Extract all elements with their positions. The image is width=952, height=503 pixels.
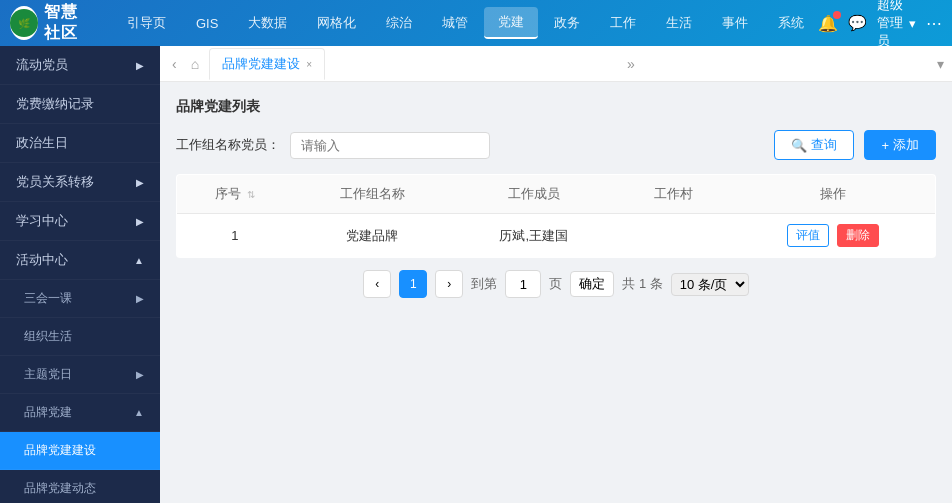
sidebar-label: 流动党员 <box>16 56 68 74</box>
nav-item-party[interactable]: 党建 <box>484 7 538 39</box>
sidebar-item-political-birthday[interactable]: 政治生日 <box>0 124 160 163</box>
tab-home-button[interactable]: ⌂ <box>185 54 205 74</box>
query-label: 查询 <box>811 136 837 154</box>
logo-inner: 🌿 <box>10 9 38 37</box>
chevron-right-icon: ▶ <box>136 369 144 380</box>
next-page-button[interactable]: › <box>435 270 463 298</box>
sidebar-label: 活动中心 <box>16 251 68 269</box>
sidebar-item-activity-center[interactable]: 活动中心 ▲ <box>0 241 160 280</box>
nav-item-system[interactable]: 系统 <box>764 8 818 38</box>
user-label: 超级管理员 <box>877 0 905 50</box>
nav-right: 🔔 💬 超级管理员 ▾ ⋯ <box>818 0 942 50</box>
nav-item-bigdata[interactable]: 大数据 <box>234 8 301 38</box>
tab-back-button[interactable]: ‹ <box>168 54 181 74</box>
search-label: 工作组名称党员： <box>176 136 280 154</box>
col-header-index: 序号 ⇅ <box>177 175 293 214</box>
sidebar-item-org-life[interactable]: 组织生活 <box>0 318 160 356</box>
nav-item-work[interactable]: 工作 <box>596 8 650 38</box>
nav-item-grid[interactable]: 网格化 <box>303 8 370 38</box>
chevron-up-icon: ▲ <box>134 407 144 418</box>
nav-item-events[interactable]: 事件 <box>708 8 762 38</box>
sidebar-label: 学习中心 <box>16 212 68 230</box>
cell-actions: 评值 删除 <box>731 214 936 258</box>
tab-expand-button[interactable]: ▾ <box>937 56 944 72</box>
page-unit: 页 <box>549 275 562 293</box>
add-button[interactable]: + 添加 <box>864 130 936 160</box>
nav-item-guide[interactable]: 引导页 <box>113 8 180 38</box>
total-count: 共 1 条 <box>622 275 662 293</box>
prev-page-button[interactable]: ‹ <box>363 270 391 298</box>
logo-circle: 🌿 <box>10 6 38 40</box>
bell-icon[interactable]: 🔔 <box>818 14 838 33</box>
nav-items: 引导页 GIS 大数据 网格化 综治 城管 党建 政务 工作 生活 事件 系统 <box>113 7 818 39</box>
sidebar-label: 党员关系转移 <box>16 173 94 191</box>
tab-label: 品牌党建建设 <box>222 55 300 73</box>
more-options-icon[interactable]: ⋯ <box>926 14 942 33</box>
cell-index: 1 <box>177 214 293 258</box>
sidebar-item-member-transfer[interactable]: 党员关系转移 ▶ <box>0 163 160 202</box>
nav-item-urban[interactable]: 城管 <box>428 8 482 38</box>
sidebar-label: 三会一课 <box>24 290 72 307</box>
page-body: 品牌党建列表 工作组名称党员： 🔍 查询 + 添加 <box>160 82 952 503</box>
nav-item-governance[interactable]: 综治 <box>372 8 426 38</box>
main-content: ‹ ⌂ 品牌党建建设 × » ▾ 品牌党建列表 工作组名称党员： 🔍 查询 + <box>160 46 952 503</box>
logo-icon: 🌿 <box>18 18 30 29</box>
sidebar-item-theme-party-day[interactable]: 主题党日 ▶ <box>0 356 160 394</box>
chevron-right-icon: ▶ <box>136 177 144 188</box>
tab-brand-construction[interactable]: 品牌党建建设 × <box>209 48 325 80</box>
sidebar-label: 品牌党建建设 <box>24 442 96 459</box>
sort-icon[interactable]: ⇅ <box>247 189 255 200</box>
current-page-button[interactable]: 1 <box>399 270 427 298</box>
search-input[interactable] <box>290 132 490 159</box>
tab-more-button[interactable]: » <box>627 56 635 72</box>
page-title: 品牌党建列表 <box>176 98 936 116</box>
nav-item-gis[interactable]: GIS <box>182 10 232 37</box>
goto-label: 到第 <box>471 275 497 293</box>
cell-name: 党建品牌 <box>293 214 452 258</box>
query-button[interactable]: 🔍 查询 <box>774 130 854 160</box>
user-menu[interactable]: 超级管理员 ▾ <box>877 0 916 50</box>
tab-bar: ‹ ⌂ 品牌党建建设 × » ▾ <box>160 46 952 82</box>
page-size-select[interactable]: 10 条/页 20 条/页 50 条/页 <box>671 273 749 296</box>
evaluate-button[interactable]: 评值 <box>787 224 829 247</box>
col-header-village: 工作村 <box>616 175 730 214</box>
search-bar: 工作组名称党员： 🔍 查询 + 添加 <box>176 130 936 160</box>
sidebar-item-floating-member[interactable]: 流动党员 ▶ <box>0 46 160 85</box>
sidebar-item-three-meetings[interactable]: 三会一课 ▶ <box>0 280 160 318</box>
nav-item-gov[interactable]: 政务 <box>540 8 594 38</box>
sidebar-item-brand-construction[interactable]: 品牌党建建设 <box>0 432 160 470</box>
col-header-members: 工作成员 <box>451 175 616 214</box>
sidebar-item-brand-dynamics[interactable]: 品牌党建动态 <box>0 470 160 503</box>
logo-area: 🌿 智慧社区 <box>10 2 93 44</box>
tab-close-button[interactable]: × <box>306 59 312 70</box>
app-title: 智慧社区 <box>44 2 93 44</box>
col-header-name: 工作组名称 <box>293 175 452 214</box>
top-navigation: 🌿 智慧社区 引导页 GIS 大数据 网格化 综治 城管 党建 政务 工作 生活… <box>0 0 952 46</box>
main-layout: 流动党员 ▶ 党费缴纳记录 政治生日 党员关系转移 ▶ 学习中心 ▶ 活动中心 … <box>0 46 952 503</box>
sidebar-label: 政治生日 <box>16 134 68 152</box>
chevron-right-icon: ▶ <box>136 293 144 304</box>
sidebar-label: 主题党日 <box>24 366 72 383</box>
sidebar-item-brand-party[interactable]: 品牌党建 ▲ <box>0 394 160 432</box>
nav-item-life[interactable]: 生活 <box>652 8 706 38</box>
add-icon: + <box>881 138 889 153</box>
add-label: 添加 <box>893 136 919 154</box>
notification-badge <box>833 11 841 19</box>
pagination: ‹ 1 › 到第 页 确定 共 1 条 10 条/页 20 条/页 50 条/页 <box>176 258 936 310</box>
user-chevron-icon: ▾ <box>909 16 916 31</box>
table-row: 1 党建品牌 历斌,王建国 评值 删除 <box>177 214 936 258</box>
sidebar-item-learning-center[interactable]: 学习中心 ▶ <box>0 202 160 241</box>
search-icon: 🔍 <box>791 138 807 153</box>
message-icon[interactable]: 💬 <box>848 14 867 32</box>
goto-confirm-button[interactable]: 确定 <box>570 271 614 297</box>
sidebar-label: 组织生活 <box>24 328 72 345</box>
chevron-right-icon: ▶ <box>136 216 144 227</box>
goto-page-input[interactable] <box>505 270 541 298</box>
col-header-actions: 操作 <box>731 175 936 214</box>
chevron-right-icon: ▶ <box>136 60 144 71</box>
sidebar-label: 品牌党建动态 <box>24 480 96 497</box>
sidebar-label: 品牌党建 <box>24 404 72 421</box>
delete-button[interactable]: 删除 <box>837 224 879 247</box>
sidebar-item-fee-record[interactable]: 党费缴纳记录 <box>0 85 160 124</box>
sidebar: 流动党员 ▶ 党费缴纳记录 政治生日 党员关系转移 ▶ 学习中心 ▶ 活动中心 … <box>0 46 160 503</box>
